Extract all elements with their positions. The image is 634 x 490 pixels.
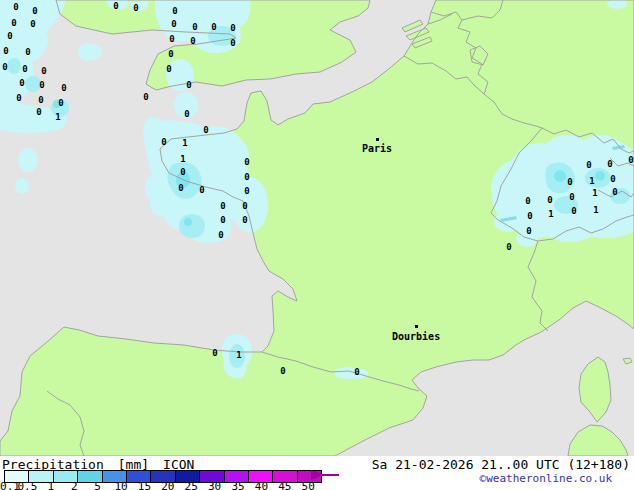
precip-value-marker: 1 (592, 188, 597, 198)
city-dot-icon (415, 325, 418, 328)
precip-value-marker: 0 (203, 125, 208, 135)
precip-value-marker: 0 (178, 183, 183, 193)
precip-value-marker: 0 (547, 195, 552, 205)
precip-value-marker: 0 (184, 109, 189, 119)
precip-value-marker: 0 (38, 95, 43, 105)
precip-value-marker: 0 (161, 137, 166, 147)
precip-value-marker: 0 (180, 167, 185, 177)
scale-tick-label: 50 (302, 480, 315, 490)
precip-value-marker: 1 (180, 154, 185, 164)
precip-value-marker: 0 (61, 83, 66, 93)
scale-tick-label: 20 (161, 480, 174, 490)
precip-value-marker: 0 (230, 38, 235, 48)
legend-footer: Precipitation[mm]ICON 0.10.5125101520253… (0, 456, 634, 490)
precip-value-marker: 0 (22, 64, 27, 74)
precip-value-marker: 0 (199, 185, 204, 195)
precip-value-marker: 0 (58, 98, 63, 108)
precip-value-marker: 0 (607, 159, 612, 169)
city-label: Paris (362, 143, 392, 154)
precip-value-marker: 0 (39, 80, 44, 90)
scale-tick-label: 1 (47, 480, 54, 490)
precip-value-marker: 0 (526, 226, 531, 236)
precip-value-marker: 0 (19, 78, 24, 88)
precip-value-marker: 0 (113, 1, 118, 11)
precip-value-marker: 0 (168, 49, 173, 59)
precip-value-marker: 0 (218, 230, 223, 240)
precipitation-map: 0000000000000000000000000000000100011000… (0, 0, 634, 456)
precip-value-marker: 0 (230, 23, 235, 33)
precip-value-marker: 1 (548, 209, 553, 219)
precip-value-marker: 0 (567, 177, 572, 187)
precip-value-marker: 0 (36, 107, 41, 117)
precip-value-marker: 0 (610, 174, 615, 184)
precip-value-marker: 0 (571, 206, 576, 216)
precip-value-marker: 0 (527, 211, 532, 221)
precip-value-marker: 0 (13, 2, 18, 12)
precip-value-marker: 0 (171, 19, 176, 29)
precip-value-marker: 0 (220, 215, 225, 225)
precip-value-marker: 0 (3, 46, 8, 56)
precip-value-marker: 0 (30, 19, 35, 29)
precip-value-marker: 0 (242, 201, 247, 211)
precip-value-marker: 0 (244, 157, 249, 167)
precip-value-marker: 0 (244, 186, 249, 196)
scale-tick-label: 30 (208, 480, 221, 490)
precip-value-marker: 0 (7, 31, 12, 41)
precip-value-marker: 0 (25, 47, 30, 57)
precip-value-marker: 0 (506, 242, 511, 252)
weather-map-screenshot: 0000000000000000000000000000000100011000… (0, 0, 634, 490)
precip-value-marker: 0 (628, 155, 633, 165)
precip-value-marker: 0 (242, 215, 247, 225)
precip-value-marker: 0 (280, 366, 285, 376)
scale-tick-label: 2 (71, 480, 78, 490)
copyright-text: ©weatheronline.co.uk (480, 472, 612, 485)
precip-value-marker: 0 (143, 92, 148, 102)
precip-value-marker: 0 (192, 22, 197, 32)
precip-value-marker: 0 (32, 6, 37, 16)
scale-tick-label: 0.5 (17, 480, 37, 490)
scale-tick-label: 10 (114, 480, 127, 490)
precip-value-marker: 1 (182, 138, 187, 148)
precip-value-marker: 0 (172, 6, 177, 16)
precip-value-marker: 0 (11, 18, 16, 28)
precip-value-marker: 0 (212, 348, 217, 358)
precip-value-marker: 0 (569, 192, 574, 202)
scale-tick-label: 15 (138, 480, 151, 490)
precip-value-marker: 0 (244, 172, 249, 182)
scale-overflow-arrow-icon (311, 469, 341, 482)
precip-value-marker: 1 (593, 205, 598, 215)
precip-value-marker: 0 (133, 3, 138, 13)
scale-tick-label: 40 (255, 480, 268, 490)
precip-value-marker: 0 (220, 201, 225, 211)
precip-value-marker: 0 (186, 80, 191, 90)
city-dot-icon (376, 138, 379, 141)
precip-value-marker: 0 (525, 196, 530, 206)
precip-value-marker: 0 (169, 34, 174, 44)
precip-value-marker: 0 (612, 187, 617, 197)
precip-value-marker: 0 (16, 93, 21, 103)
scale-tick-label: 5 (94, 480, 101, 490)
precip-value-marker: 0 (2, 62, 7, 72)
precip-value-marker: 1 (589, 176, 594, 186)
scale-tick-label: 45 (278, 480, 291, 490)
city-label: Dourbies (392, 331, 440, 342)
precip-value-marker: 0 (166, 64, 171, 74)
precip-value-marker: 0 (41, 66, 46, 76)
scale-tick-label: 35 (231, 480, 244, 490)
precip-value-marker: 1 (236, 350, 241, 360)
precip-value-marker: 1 (55, 112, 60, 122)
forecast-datetime: Sa 21-02-2026 21..00 UTC (12+180) (372, 457, 630, 472)
precip-value-marker: 0 (190, 36, 195, 46)
scale-tick-label: 25 (185, 480, 198, 490)
precip-value-marker: 0 (586, 160, 591, 170)
precip-value-marker: 0 (354, 367, 359, 377)
precip-value-marker: 0 (211, 22, 216, 32)
